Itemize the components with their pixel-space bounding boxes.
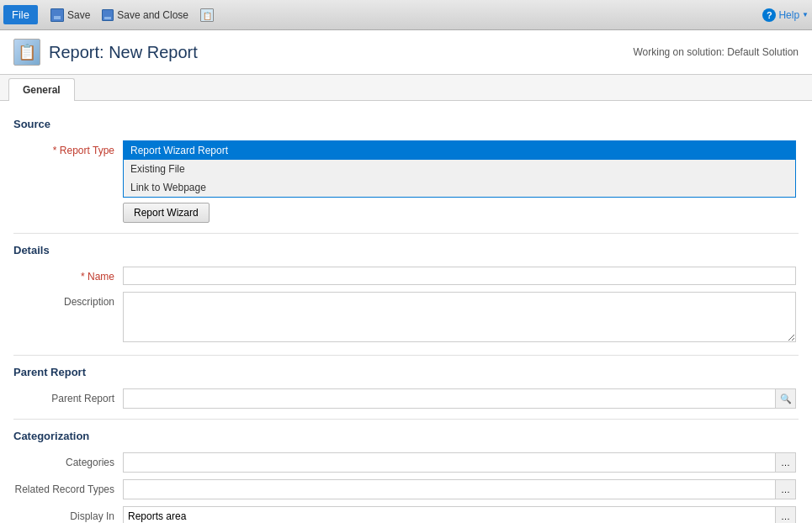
- page-icon-symbol: 📋: [18, 43, 36, 61]
- parent-report-control: 🔍: [123, 388, 799, 409]
- new-record-icon: 📋: [200, 8, 214, 22]
- report-type-control: Report Wizard Report Existing File Link …: [123, 140, 799, 223]
- report-type-label: Report Type: [13, 140, 123, 156]
- help-button[interactable]: ? Help ▼: [762, 8, 809, 22]
- tab-general[interactable]: General: [8, 78, 75, 101]
- description-control: [123, 292, 799, 345]
- page-header: 📋 Report: New Report Working on solution…: [0, 30, 812, 75]
- parent-report-input-group: 🔍: [123, 388, 796, 409]
- report-type-option-file[interactable]: Existing File: [124, 160, 795, 178]
- parent-report-row: Parent Report 🔍: [13, 388, 799, 409]
- categories-row: Categories …: [13, 452, 799, 473]
- page-icon: 📋: [13, 39, 40, 66]
- solution-text: Working on solution: Default Solution: [633, 46, 799, 58]
- report-type-option-wizard[interactable]: Report Wizard Report: [124, 141, 795, 160]
- related-record-types-browse-button[interactable]: …: [776, 479, 796, 499]
- browse-icon: 🔍: [780, 394, 792, 404]
- display-in-row: Display In …: [13, 506, 799, 523]
- help-dropdown-icon: ▼: [802, 11, 809, 18]
- page-title: Report: New Report: [49, 43, 198, 62]
- help-icon: ?: [762, 8, 776, 22]
- categories-control: …: [123, 452, 799, 473]
- save-button[interactable]: Save: [45, 5, 96, 25]
- save-close-icon: [102, 9, 114, 21]
- related-browse-icon: …: [781, 484, 790, 494]
- form-area: Source Report Type Report Wizard Report …: [0, 101, 812, 523]
- related-record-types-row: Related Record Types …: [13, 479, 799, 499]
- source-section-header: Source: [13, 118, 799, 130]
- description-label: Description: [13, 292, 123, 308]
- related-record-types-control: …: [123, 479, 799, 499]
- save-and-close-label: Save and Close: [117, 9, 188, 21]
- categories-input-group: …: [123, 452, 796, 473]
- description-row: Description: [13, 292, 799, 345]
- parent-report-input[interactable]: [123, 388, 776, 409]
- parent-report-browse-button[interactable]: 🔍: [776, 388, 796, 409]
- display-in-control: …: [123, 506, 799, 523]
- display-in-label: Display In: [13, 506, 123, 522]
- report-type-list[interactable]: Report Wizard Report Existing File Link …: [123, 140, 796, 198]
- name-row: Name: [13, 267, 799, 285]
- related-record-types-input[interactable]: [123, 479, 776, 499]
- file-button[interactable]: File: [3, 5, 38, 24]
- parent-report-label: Parent Report: [13, 388, 123, 404]
- report-type-row: Report Type Report Wizard Report Existin…: [13, 140, 799, 223]
- report-wizard-button[interactable]: Report Wizard: [123, 203, 210, 223]
- save-and-close-button[interactable]: Save and Close: [96, 6, 194, 24]
- related-record-types-label: Related Record Types: [13, 479, 123, 495]
- name-input[interactable]: [123, 267, 796, 285]
- name-label: Name: [13, 267, 123, 283]
- related-record-types-input-group: …: [123, 479, 796, 499]
- categorization-section-header: Categorization: [13, 430, 799, 442]
- display-in-input[interactable]: [123, 506, 776, 523]
- new-record-button[interactable]: 📋: [194, 5, 220, 25]
- report-type-option-webpage[interactable]: Link to Webpage: [124, 178, 795, 197]
- categories-browse-button[interactable]: …: [776, 452, 796, 473]
- display-browse-icon: …: [781, 511, 790, 521]
- help-label: Help: [778, 9, 799, 21]
- parent-report-section-header: Parent Report: [13, 366, 799, 378]
- save-label: Save: [67, 9, 90, 21]
- page-title-area: 📋 Report: New Report: [13, 39, 198, 66]
- categories-label: Categories: [13, 452, 123, 468]
- description-input[interactable]: [123, 292, 796, 342]
- display-in-browse-button[interactable]: …: [776, 506, 796, 523]
- display-in-input-group: …: [123, 506, 796, 523]
- save-icon: [50, 8, 64, 22]
- toolbar: File Save Save and Close 📋 ? Help ▼: [0, 0, 812, 30]
- details-section-header: Details: [13, 244, 799, 256]
- name-control: [123, 267, 799, 285]
- tabs-bar: General: [0, 75, 812, 101]
- categories-browse-icon: …: [781, 457, 790, 468]
- categories-input[interactable]: [123, 452, 776, 473]
